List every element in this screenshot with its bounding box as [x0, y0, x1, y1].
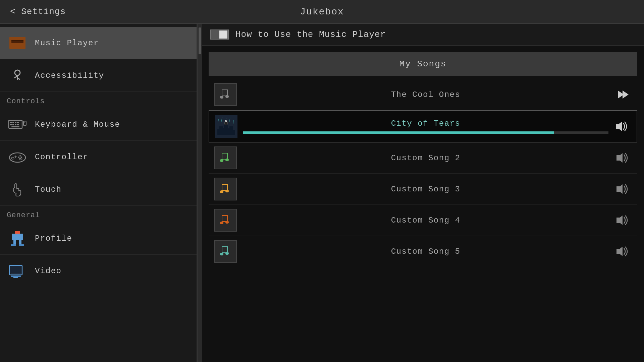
- svg-rect-2: [11, 40, 23, 41]
- svg-rect-49: [222, 128, 224, 135]
- svg-rect-78: [222, 247, 227, 253]
- svg-rect-74: [220, 222, 223, 224]
- volume-dim-icon-2: [616, 183, 631, 195]
- sidebar-label-touch: Touch: [35, 185, 62, 194]
- svg-rect-37: [11, 276, 21, 277]
- song-item-custom-song-3[interactable]: Custom Song 3: [209, 174, 637, 205]
- svg-rect-11: [17, 122, 19, 123]
- svg-rect-71: [227, 184, 228, 190]
- profile-icon-box: [7, 228, 28, 249]
- song-thumb-custom-2: [214, 146, 237, 169]
- sidebar-label-controller: Controller: [35, 153, 88, 162]
- svg-rect-64: [220, 159, 223, 162]
- how-to-use-bar: How to Use the Music Player: [202, 24, 644, 46]
- svg-rect-36: [10, 266, 21, 274]
- sidebar-label-accessibility: Accessibility: [35, 71, 104, 80]
- sidebar: Music Player Accessibility Controls: [0, 24, 198, 362]
- section-controls: Controls: [0, 92, 197, 108]
- video-icon: [8, 263, 27, 278]
- sidebar-item-touch[interactable]: Touch: [0, 173, 197, 206]
- svg-rect-53: [232, 130, 235, 135]
- song-item-city-of-tears[interactable]: City of Tears: [209, 110, 637, 142]
- header: < Settings Jukebox: [0, 0, 644, 24]
- note-icon-gray: [218, 87, 233, 102]
- song-action-custom-4[interactable]: [614, 212, 632, 229]
- song-item-custom-song-2[interactable]: Custom Song 2: [209, 142, 637, 174]
- sidebar-item-video[interactable]: Video: [0, 255, 197, 287]
- keyboard-icon-box: [7, 114, 28, 135]
- svg-rect-33: [11, 244, 16, 246]
- svg-rect-14: [15, 124, 16, 125]
- svg-rect-16: [11, 126, 19, 127]
- skip-icon: [616, 88, 630, 101]
- touch-icon-box: [7, 179, 28, 200]
- sidebar-item-profile[interactable]: Profile: [0, 222, 197, 255]
- svg-rect-40: [222, 90, 227, 96]
- song-action-custom-3[interactable]: [614, 180, 632, 198]
- song-name-custom-5: Custom Song 5: [242, 247, 609, 256]
- controller-icon-box: [7, 146, 28, 168]
- accessibility-icon-box: [7, 65, 28, 86]
- song-name-custom-4: Custom Song 4: [242, 216, 609, 225]
- sidebar-item-keyboard-mouse[interactable]: Keyboard & Mouse: [0, 108, 197, 141]
- svg-rect-9: [12, 122, 14, 123]
- sidebar-item-controller[interactable]: Controller: [0, 141, 197, 173]
- song-item-the-cool-ones[interactable]: The Cool Ones: [209, 79, 637, 110]
- toggle-switch[interactable]: [210, 29, 229, 40]
- song-item-custom-song-4[interactable]: Custom Song 4: [209, 205, 637, 236]
- svg-marker-67: [616, 153, 623, 163]
- song-thumb-custom-4: [214, 209, 237, 232]
- sidebar-label-music-player: Music Player: [35, 39, 99, 48]
- sidebar-label-video: Video: [35, 266, 62, 276]
- svg-rect-66: [227, 153, 228, 159]
- svg-rect-80: [225, 252, 229, 255]
- progress-bar-fill: [243, 131, 554, 134]
- song-action-custom-5[interactable]: [614, 243, 632, 260]
- svg-rect-13: [12, 124, 14, 125]
- volume-dim-icon-4: [616, 245, 631, 257]
- song-name-custom-3: Custom Song 3: [242, 185, 609, 194]
- svg-rect-8: [10, 122, 12, 123]
- song-action-city-of-tears[interactable]: [614, 118, 631, 135]
- controller-icon: [8, 150, 27, 164]
- song-name-city-of-tears: City of Tears: [243, 119, 608, 128]
- how-to-use-label: How to Use the Music Player: [235, 29, 386, 40]
- sidebar-scrollbar[interactable]: [198, 24, 202, 362]
- song-action-the-cool-ones[interactable]: [614, 86, 632, 103]
- volume-dim-icon: [616, 152, 631, 164]
- music-player-icon-box: [7, 32, 28, 54]
- svg-rect-10: [15, 122, 16, 123]
- svg-rect-63: [222, 153, 227, 159]
- my-songs-button[interactable]: My Songs: [209, 52, 637, 76]
- svg-rect-31: [13, 240, 16, 244]
- svg-rect-12: [10, 124, 12, 125]
- svg-rect-70: [225, 190, 229, 192]
- back-button[interactable]: < Settings: [10, 7, 66, 17]
- svg-rect-34: [19, 244, 24, 246]
- svg-rect-75: [225, 221, 229, 224]
- svg-rect-38: [13, 277, 18, 278]
- song-name-custom-2: Custom Song 2: [242, 154, 609, 163]
- song-item-custom-song-5[interactable]: Custom Song 5: [209, 236, 637, 267]
- svg-rect-32: [19, 240, 21, 244]
- note-icon-teal: [218, 244, 233, 259]
- note-icon-orange: [218, 213, 233, 228]
- svg-marker-77: [616, 216, 623, 225]
- svg-rect-21: [14, 157, 17, 157]
- svg-point-3: [15, 70, 20, 75]
- song-action-custom-2[interactable]: [614, 149, 632, 167]
- volume-icon: [615, 120, 630, 132]
- progress-bar-bg: [243, 131, 608, 134]
- accessibility-icon: [10, 68, 25, 83]
- profile-icon: [9, 230, 25, 247]
- video-icon-box: [7, 260, 28, 282]
- sidebar-item-music-player[interactable]: Music Player: [0, 27, 197, 59]
- sidebar-item-accessibility[interactable]: Accessibility: [0, 59, 197, 92]
- toggle-track[interactable]: [210, 29, 229, 40]
- sidebar-label-profile: Profile: [35, 234, 72, 243]
- song-thumb-city-of-tears: [215, 115, 237, 138]
- svg-marker-82: [616, 247, 623, 256]
- song-thumb-custom-3: [214, 178, 237, 200]
- song-thumb-the-cool-ones: [214, 83, 237, 106]
- svg-rect-30: [12, 234, 23, 240]
